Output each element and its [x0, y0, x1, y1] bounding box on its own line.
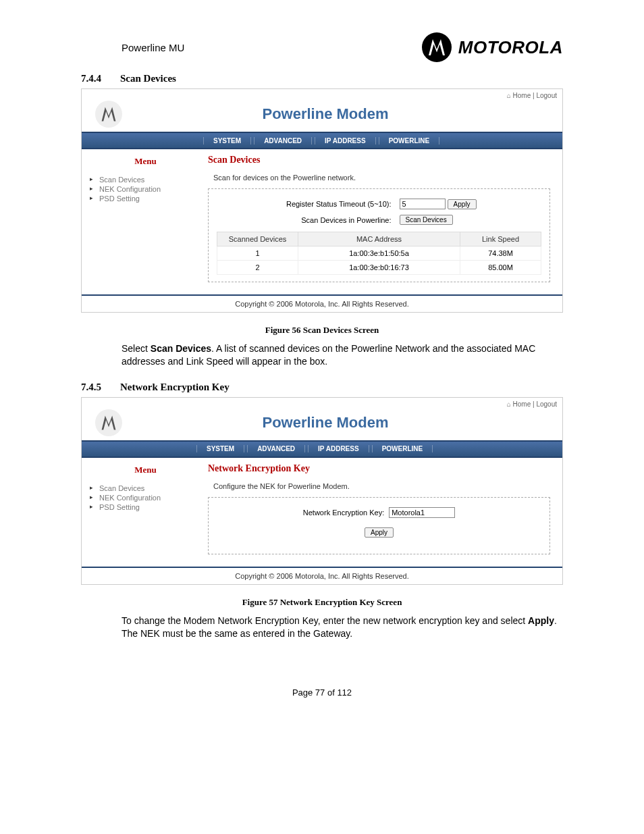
- nek-field-input[interactable]: [389, 507, 455, 518]
- sidebar-item-psd-setting[interactable]: PSD Setting: [90, 502, 201, 512]
- sidebar-menu-heading: Menu: [90, 156, 201, 167]
- top-logout-link[interactable]: Logout: [536, 400, 557, 408]
- modem-page-title: Powerline Modem: [129, 414, 522, 432]
- scan-devices-button[interactable]: Scan Devices: [400, 215, 453, 225]
- figure-56-screenshot: ⌂ Home | Logout Powerline Modem SYSTEM A…: [81, 88, 563, 313]
- modem-logo-icon: [95, 101, 122, 128]
- scan-label: Scan Devices in Powerline:: [217, 212, 396, 228]
- home-icon: ⌂: [507, 400, 511, 408]
- figure-56-caption: Figure 56 Scan Devices Screen: [81, 325, 563, 336]
- doc-header-title: Powerline MU: [81, 42, 184, 53]
- tab-ip-address[interactable]: IP ADDRESS: [315, 137, 376, 145]
- figure-57-caption: Figure 57 Network Encryption Key Screen: [81, 597, 563, 608]
- cell-speed: 85.00M: [460, 261, 541, 275]
- tab-powerline[interactable]: POWERLINE: [379, 137, 440, 145]
- th-link-speed: Link Speed: [460, 232, 541, 246]
- tab-ip-address[interactable]: IP ADDRESS: [308, 445, 369, 452]
- sidebar: Menu Scan Devices NEK Configuration PSD …: [82, 149, 205, 294]
- section-744-title: Scan Devices: [120, 73, 176, 84]
- section-745-body: To change the Modem Network Encryption K…: [81, 615, 563, 640]
- modem-logo-icon: [95, 409, 122, 436]
- section-745-title: Network Encryption Key: [120, 382, 230, 393]
- motorola-logo: MOTOROLA: [422, 32, 563, 62]
- main-navbar: SYSTEM ADVANCED IP ADDRESS POWERLINE: [82, 440, 562, 458]
- cell-speed: 74.38M: [460, 246, 541, 261]
- cell-mac: 1a:00:3e:b0:16:73: [298, 261, 460, 275]
- nek-field-label: Network Encryption Key:: [303, 509, 384, 517]
- cell-mac: 1a:00:3e:b1:50:5a: [298, 246, 460, 261]
- modem-footer: Copyright © 2006 Motorola, Inc. All Righ…: [82, 567, 562, 584]
- sidebar-item-scan-devices[interactable]: Scan Devices: [90, 175, 201, 184]
- tab-powerline[interactable]: POWERLINE: [372, 445, 433, 452]
- sidebar: Menu Scan Devices NEK Configuration PSD …: [82, 458, 205, 567]
- modem-page-title: Powerline Modem: [129, 105, 522, 123]
- nek-apply-button[interactable]: Apply: [365, 527, 394, 538]
- top-home-link[interactable]: Home: [513, 92, 531, 99]
- timeout-label: Register Status Timeout (5~10):: [217, 196, 396, 212]
- table-row: 1 1a:00:3e:b1:50:5a 74.38M: [217, 246, 541, 261]
- th-scanned-devices: Scanned Devices: [217, 232, 298, 246]
- sidebar-item-nek-configuration[interactable]: NEK Configuration: [90, 493, 201, 502]
- section-744-number: 7.4.4: [81, 73, 108, 84]
- top-home-link[interactable]: Home: [513, 400, 531, 408]
- sidebar-item-nek-configuration[interactable]: NEK Configuration: [90, 184, 201, 194]
- sidebar-item-psd-setting[interactable]: PSD Setting: [90, 194, 201, 203]
- tab-system[interactable]: SYSTEM: [196, 445, 244, 452]
- timeout-input[interactable]: [400, 199, 446, 209]
- apply-button[interactable]: Apply: [448, 199, 477, 209]
- tab-advanced[interactable]: ADVANCED: [254, 137, 312, 145]
- home-icon: ⌂: [507, 92, 511, 99]
- top-logout-link[interactable]: Logout: [536, 92, 557, 99]
- main-heading-scan-devices: Scan Devices: [208, 155, 550, 165]
- nek-description: Configure the NEK for Powerline Modem.: [213, 482, 550, 490]
- tab-system[interactable]: SYSTEM: [203, 137, 251, 145]
- page-number: Page 77 of 112: [81, 687, 563, 698]
- motorola-m-icon: [422, 32, 452, 62]
- section-745-number: 7.4.5: [81, 382, 108, 393]
- modem-footer: Copyright © 2006 Motorola, Inc. All Righ…: [82, 294, 562, 312]
- section-744-body: Select Scan Devices. A list of scanned d…: [81, 342, 563, 368]
- th-mac-address: MAC Address: [298, 232, 460, 246]
- cell-idx: 1: [217, 246, 298, 261]
- motorola-wordmark: MOTOROLA: [458, 37, 563, 58]
- sidebar-menu-heading: Menu: [90, 465, 201, 475]
- table-row: 2 1a:00:3e:b0:16:73 85.00M: [217, 261, 541, 275]
- main-heading-nek: Network Encryption Key: [208, 463, 550, 474]
- tab-advanced[interactable]: ADVANCED: [247, 445, 305, 452]
- figure-57-screenshot: ⌂ Home | Logout Powerline Modem SYSTEM A…: [81, 397, 563, 585]
- sidebar-item-scan-devices[interactable]: Scan Devices: [90, 484, 201, 493]
- main-navbar: SYSTEM ADVANCED IP ADDRESS POWERLINE: [82, 132, 562, 149]
- cell-idx: 2: [217, 261, 298, 275]
- scan-devices-description: Scan for devices on the Powerline networ…: [213, 174, 550, 182]
